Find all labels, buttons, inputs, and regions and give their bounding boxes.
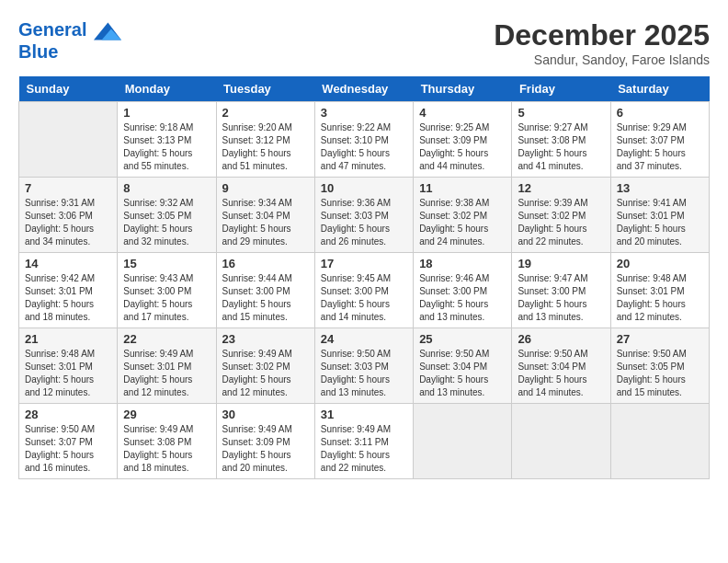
calendar-cell [19, 102, 118, 178]
day-info: Sunrise: 9:49 AM Sunset: 3:09 PM Dayligh… [222, 423, 309, 475]
calendar-cell: 18 Sunrise: 9:46 AM Sunset: 3:00 PM Dayl… [414, 253, 512, 328]
day-info: Sunrise: 9:49 AM Sunset: 3:01 PM Dayligh… [123, 348, 210, 399]
day-number: 9 [222, 181, 309, 195]
day-info: Sunrise: 9:47 AM Sunset: 3:00 PM Dayligh… [518, 272, 604, 324]
calendar-cell: 24 Sunrise: 9:50 AM Sunset: 3:03 PM Dayl… [314, 328, 413, 404]
day-number: 19 [518, 257, 604, 270]
day-info: Sunrise: 9:36 AM Sunset: 3:03 PM Dayligh… [321, 197, 407, 248]
day-info: Sunrise: 9:43 AM Sunset: 3:00 PM Dayligh… [123, 272, 210, 324]
day-info: Sunrise: 9:41 AM Sunset: 3:01 PM Dayligh… [617, 197, 703, 248]
weekday-header-saturday: Saturday [610, 76, 709, 102]
calendar-cell: 2 Sunrise: 9:20 AM Sunset: 3:12 PM Dayli… [216, 102, 314, 178]
day-info: Sunrise: 9:22 AM Sunset: 3:10 PM Dayligh… [321, 121, 407, 173]
day-number: 26 [518, 332, 604, 346]
day-number: 12 [518, 181, 604, 195]
day-info: Sunrise: 9:48 AM Sunset: 3:01 PM Dayligh… [617, 272, 703, 324]
calendar-cell: 3 Sunrise: 9:22 AM Sunset: 3:10 PM Dayli… [314, 102, 413, 178]
calendar-cell: 28 Sunrise: 9:50 AM Sunset: 3:07 PM Dayl… [19, 404, 118, 479]
day-number: 5 [518, 106, 604, 120]
calendar-cell [512, 404, 610, 479]
location: Sandur, Sandoy, Faroe Islands [494, 52, 710, 67]
day-number: 2 [222, 106, 309, 120]
day-number: 17 [321, 257, 407, 270]
day-info: Sunrise: 9:25 AM Sunset: 3:09 PM Dayligh… [419, 121, 506, 173]
day-info: Sunrise: 9:27 AM Sunset: 3:08 PM Dayligh… [518, 121, 604, 173]
week-row-2: 7 Sunrise: 9:31 AM Sunset: 3:06 PM Dayli… [19, 178, 710, 253]
logo-blue: Blue [18, 40, 121, 63]
calendar-cell: 20 Sunrise: 9:48 AM Sunset: 3:01 PM Dayl… [610, 253, 709, 328]
calendar-table: SundayMondayTuesdayWednesdayThursdayFrid… [18, 76, 710, 479]
day-number: 8 [123, 181, 210, 195]
calendar-cell: 19 Sunrise: 9:47 AM Sunset: 3:00 PM Dayl… [512, 253, 610, 328]
day-info: Sunrise: 9:39 AM Sunset: 3:02 PM Dayligh… [518, 197, 604, 248]
calendar-cell: 23 Sunrise: 9:49 AM Sunset: 3:02 PM Dayl… [216, 328, 314, 404]
day-info: Sunrise: 9:38 AM Sunset: 3:02 PM Dayligh… [419, 197, 506, 248]
calendar-cell: 8 Sunrise: 9:32 AM Sunset: 3:05 PM Dayli… [118, 178, 216, 253]
day-info: Sunrise: 9:50 AM Sunset: 3:07 PM Dayligh… [25, 423, 111, 475]
day-number: 4 [419, 106, 506, 120]
day-info: Sunrise: 9:49 AM Sunset: 3:11 PM Dayligh… [321, 423, 407, 475]
weekday-header-thursday: Thursday [414, 76, 512, 102]
day-info: Sunrise: 9:44 AM Sunset: 3:00 PM Dayligh… [222, 272, 309, 324]
calendar-cell: 10 Sunrise: 9:36 AM Sunset: 3:03 PM Dayl… [314, 178, 413, 253]
calendar-cell: 1 Sunrise: 9:18 AM Sunset: 3:13 PM Dayli… [118, 102, 216, 178]
weekday-header-sunday: Sunday [19, 76, 118, 102]
day-number: 31 [321, 408, 407, 421]
day-number: 27 [617, 332, 703, 346]
day-number: 10 [321, 181, 407, 195]
week-row-5: 28 Sunrise: 9:50 AM Sunset: 3:07 PM Dayl… [19, 404, 710, 479]
calendar-cell: 29 Sunrise: 9:49 AM Sunset: 3:08 PM Dayl… [118, 404, 216, 479]
weekday-header-row: SundayMondayTuesdayWednesdayThursdayFrid… [19, 76, 710, 102]
day-number: 16 [222, 257, 309, 270]
calendar-cell: 7 Sunrise: 9:31 AM Sunset: 3:06 PM Dayli… [19, 178, 118, 253]
day-info: Sunrise: 9:18 AM Sunset: 3:13 PM Dayligh… [123, 121, 210, 173]
calendar-cell: 13 Sunrise: 9:41 AM Sunset: 3:01 PM Dayl… [610, 178, 709, 253]
day-info: Sunrise: 9:50 AM Sunset: 3:04 PM Dayligh… [518, 348, 604, 399]
calendar-cell: 26 Sunrise: 9:50 AM Sunset: 3:04 PM Dayl… [512, 328, 610, 404]
day-number: 15 [123, 257, 210, 270]
day-number: 18 [419, 257, 506, 270]
page-header: General Blue December 2025 Sandur, Sando… [18, 18, 710, 67]
day-info: Sunrise: 9:50 AM Sunset: 3:04 PM Dayligh… [419, 348, 506, 399]
day-info: Sunrise: 9:48 AM Sunset: 3:01 PM Dayligh… [25, 348, 111, 399]
logo-text: General [18, 18, 121, 40]
weekday-header-tuesday: Tuesday [216, 76, 314, 102]
day-info: Sunrise: 9:32 AM Sunset: 3:05 PM Dayligh… [123, 197, 210, 248]
calendar-cell: 5 Sunrise: 9:27 AM Sunset: 3:08 PM Dayli… [512, 102, 610, 178]
calendar-cell: 11 Sunrise: 9:38 AM Sunset: 3:02 PM Dayl… [414, 178, 512, 253]
calendar-cell [414, 404, 512, 479]
week-row-1: 1 Sunrise: 9:18 AM Sunset: 3:13 PM Dayli… [19, 102, 710, 178]
calendar-cell: 12 Sunrise: 9:39 AM Sunset: 3:02 PM Dayl… [512, 178, 610, 253]
calendar-cell: 15 Sunrise: 9:43 AM Sunset: 3:00 PM Dayl… [118, 253, 216, 328]
day-info: Sunrise: 9:42 AM Sunset: 3:01 PM Dayligh… [25, 272, 111, 324]
day-info: Sunrise: 9:50 AM Sunset: 3:03 PM Dayligh… [321, 348, 407, 399]
day-info: Sunrise: 9:34 AM Sunset: 3:04 PM Dayligh… [222, 197, 309, 248]
day-number: 23 [222, 332, 309, 346]
day-info: Sunrise: 9:45 AM Sunset: 3:00 PM Dayligh… [321, 272, 407, 324]
day-info: Sunrise: 9:49 AM Sunset: 3:08 PM Dayligh… [123, 423, 210, 475]
calendar-cell: 16 Sunrise: 9:44 AM Sunset: 3:00 PM Dayl… [216, 253, 314, 328]
week-row-3: 14 Sunrise: 9:42 AM Sunset: 3:01 PM Dayl… [19, 253, 710, 328]
calendar-cell: 27 Sunrise: 9:50 AM Sunset: 3:05 PM Dayl… [610, 328, 709, 404]
calendar-cell: 21 Sunrise: 9:48 AM Sunset: 3:01 PM Dayl… [19, 328, 118, 404]
day-number: 11 [419, 181, 506, 195]
day-info: Sunrise: 9:31 AM Sunset: 3:06 PM Dayligh… [25, 197, 111, 248]
day-number: 1 [123, 106, 210, 120]
day-number: 13 [617, 181, 703, 195]
calendar-cell: 17 Sunrise: 9:45 AM Sunset: 3:00 PM Dayl… [314, 253, 413, 328]
day-number: 21 [25, 332, 111, 346]
calendar-cell: 25 Sunrise: 9:50 AM Sunset: 3:04 PM Dayl… [414, 328, 512, 404]
day-number: 29 [123, 408, 210, 421]
day-number: 7 [25, 181, 111, 195]
day-number: 25 [419, 332, 506, 346]
day-info: Sunrise: 9:50 AM Sunset: 3:05 PM Dayligh… [617, 348, 703, 399]
calendar-cell: 31 Sunrise: 9:49 AM Sunset: 3:11 PM Dayl… [314, 404, 413, 479]
calendar-cell: 9 Sunrise: 9:34 AM Sunset: 3:04 PM Dayli… [216, 178, 314, 253]
weekday-header-friday: Friday [512, 76, 610, 102]
day-info: Sunrise: 9:49 AM Sunset: 3:02 PM Dayligh… [222, 348, 309, 399]
calendar-cell: 22 Sunrise: 9:49 AM Sunset: 3:01 PM Dayl… [118, 328, 216, 404]
day-number: 6 [617, 106, 703, 120]
weekday-header-wednesday: Wednesday [314, 76, 413, 102]
day-number: 3 [321, 106, 407, 120]
calendar-cell: 14 Sunrise: 9:42 AM Sunset: 3:01 PM Dayl… [19, 253, 118, 328]
